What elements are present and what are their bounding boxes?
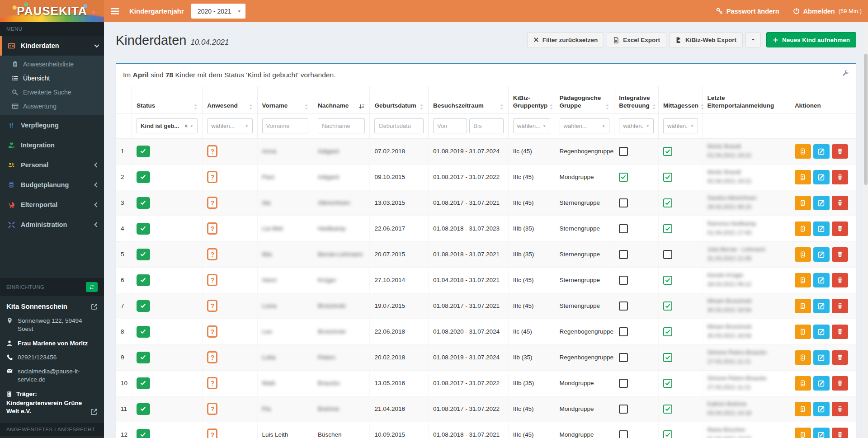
child-profile-button[interactable] [795, 376, 811, 391]
checked-checkbox[interactable] [663, 405, 672, 414]
edit-button[interactable] [813, 350, 830, 365]
page-scrollbar[interactable] [863, 22, 868, 438]
nachname-filter-input[interactable] [318, 118, 365, 133]
unchecked-checkbox[interactable] [619, 198, 628, 207]
edit-button[interactable] [813, 196, 830, 210]
column-header-status[interactable]: Status [132, 86, 202, 113]
checked-checkbox[interactable] [663, 276, 672, 285]
presence-unknown-icon[interactable]: ? [207, 197, 217, 209]
clear-filter-icon[interactable]: × [184, 123, 188, 129]
hamburger-icon[interactable] [104, 0, 126, 22]
edit-button[interactable] [813, 170, 830, 184]
column-header-geburtsdatum[interactable]: Geburtsdatum [370, 86, 429, 113]
unchecked-checkbox[interactable] [619, 250, 628, 259]
checked-checkbox[interactable] [619, 173, 628, 182]
presence-unknown-icon[interactable]: ? [207, 403, 217, 415]
scrollbar-thumb[interactable] [864, 54, 868, 185]
besuch-von-filter-input[interactable] [433, 118, 467, 133]
edit-button[interactable] [813, 376, 830, 391]
sidebar-item-kinderdaten[interactable]: Kinderdaten [0, 36, 104, 56]
child-profile-button[interactable] [795, 299, 811, 313]
edit-button[interactable] [813, 273, 830, 287]
sidebar-item-elternportal[interactable]: Elternportal [0, 195, 104, 215]
column-header-integrativ[interactable]: Integrative Betreuung [614, 86, 659, 113]
new-child-button[interactable]: Neues Kind aufnehmen [766, 32, 856, 47]
unchecked-checkbox[interactable] [619, 276, 628, 285]
sidebar-item-budgetplanung[interactable]: Budgetplanung [0, 175, 104, 195]
kibiz-export-dropdown-button[interactable] [745, 32, 761, 47]
column-header-mittagessen[interactable]: Mittagessen [658, 86, 703, 113]
status-booked-icon[interactable] [137, 326, 150, 338]
status-booked-icon[interactable] [137, 249, 150, 260]
besuch-bis-filter-input[interactable] [469, 118, 503, 133]
child-profile-button[interactable] [795, 428, 811, 438]
checked-checkbox[interactable] [663, 353, 672, 362]
status-booked-icon[interactable] [137, 274, 150, 286]
status-booked-icon[interactable] [137, 171, 150, 183]
unchecked-checkbox[interactable] [663, 250, 672, 259]
presence-unknown-icon[interactable]: ? [207, 171, 217, 183]
delete-button[interactable] [832, 221, 848, 236]
delete-button[interactable] [832, 350, 848, 365]
checked-checkbox[interactable] [663, 430, 672, 438]
status-booked-icon[interactable] [137, 197, 150, 209]
kindergarten-year-select[interactable]: 2020 - 2021 [191, 4, 245, 19]
sidebar-item-verpflegung[interactable]: Verpflegung [0, 115, 104, 135]
status-booked-icon[interactable] [137, 146, 150, 157]
presence-unknown-icon[interactable]: ? [207, 248, 217, 260]
checked-checkbox[interactable] [663, 147, 672, 156]
child-profile-button[interactable] [795, 402, 811, 416]
sidebar-item-erweiterte-suche[interactable]: Erweiterte Suche [0, 85, 104, 99]
sidebar-item-auswertung[interactable]: Auswertung [0, 99, 104, 113]
unchecked-checkbox[interactable] [619, 430, 628, 438]
excel-export-button[interactable]: Excel Export [607, 32, 666, 47]
edit-button[interactable] [813, 325, 830, 339]
status-booked-icon[interactable] [137, 377, 150, 389]
unchecked-checkbox[interactable] [619, 224, 628, 233]
gruppe-filter-select[interactable]: wählen... [560, 118, 610, 133]
status-booked-icon[interactable] [137, 429, 150, 438]
checked-checkbox[interactable] [663, 173, 672, 182]
anwesend-filter-select[interactable]: wählen... [207, 118, 252, 133]
status-booked-icon[interactable] [137, 352, 150, 363]
kibiz-filter-select[interactable]: wählen... [513, 118, 550, 133]
presence-unknown-icon[interactable]: ? [207, 377, 217, 389]
delete-button[interactable] [832, 247, 848, 262]
sidebar-item-anwesenheitsliste[interactable]: Anwesenheitsliste [0, 57, 104, 71]
child-profile-button[interactable] [795, 196, 811, 210]
child-profile-button[interactable] [795, 325, 811, 339]
presence-unknown-icon[interactable]: ? [207, 274, 217, 286]
checked-checkbox[interactable] [663, 198, 672, 207]
status-booked-icon[interactable] [137, 300, 150, 312]
column-header-vorname[interactable]: Vorname [257, 86, 313, 113]
vorname-filter-input[interactable] [262, 118, 308, 133]
child-profile-button[interactable] [795, 144, 811, 159]
delete-button[interactable] [832, 428, 848, 438]
sidebar-item-administration[interactable]: Administration [0, 215, 104, 235]
column-header-nachname[interactable]: Nachname [313, 86, 369, 113]
logout-button[interactable]: Abmelden(59 Min.) [793, 8, 862, 15]
delete-button[interactable] [832, 144, 848, 159]
presence-unknown-icon[interactable]: ? [207, 429, 217, 438]
child-profile-button[interactable] [795, 247, 811, 262]
kibiz-export-button[interactable]: KiBiz-Web Export [669, 32, 743, 47]
sidebar-item-integration[interactable]: Integration [0, 135, 104, 155]
edit-button[interactable] [813, 402, 830, 416]
app-logo[interactable]: PAUSEKITA [0, 0, 104, 22]
external-link-icon[interactable] [91, 303, 98, 310]
switch-facility-button[interactable] [86, 282, 98, 292]
external-link-icon[interactable] [90, 408, 98, 415]
delete-button[interactable] [832, 325, 848, 339]
delete-button[interactable] [832, 402, 848, 416]
delete-button[interactable] [832, 196, 848, 210]
column-header-gruppe[interactable]: Pädagogische Gruppe [555, 86, 614, 113]
unchecked-checkbox[interactable] [619, 353, 628, 362]
mittagessen-filter-select[interactable]: wählen... [663, 118, 698, 133]
edit-button[interactable] [813, 247, 830, 262]
status-booked-icon[interactable] [137, 403, 150, 415]
presence-unknown-icon[interactable]: ? [207, 351, 217, 363]
presence-unknown-icon[interactable]: ? [207, 300, 217, 312]
checked-checkbox[interactable] [663, 224, 672, 233]
sidebar-item-übersicht[interactable]: Übersicht [0, 71, 104, 85]
edit-button[interactable] [813, 428, 830, 438]
